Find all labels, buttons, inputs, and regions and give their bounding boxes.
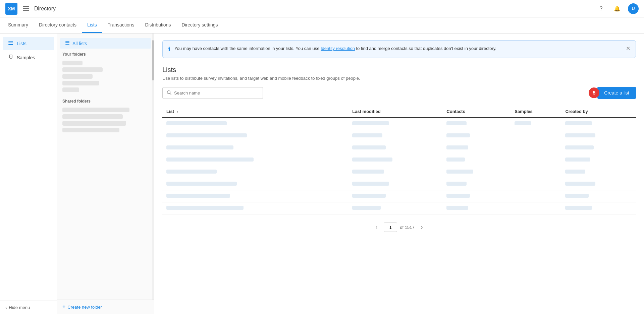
page-number-input[interactable] [384, 223, 397, 232]
identity-resolution-link[interactable]: Identity resolution [321, 46, 355, 51]
folder-blurred-4 [62, 81, 99, 85]
tab-directory-contacts[interactable]: Directory contacts [34, 17, 82, 33]
banner-close-button[interactable]: ✕ [626, 45, 630, 52]
cell-blurred-1-1 [352, 133, 382, 137]
cell-blurred-7-0 [166, 206, 244, 210]
svg-rect-0 [8, 41, 13, 42]
table-row[interactable] [162, 130, 636, 142]
table-row[interactable] [162, 154, 636, 166]
cell-blurred-7-1 [352, 206, 381, 210]
hide-menu-label: Hide menu [9, 305, 30, 310]
search-actions-row: 5 Create a list [162, 87, 636, 99]
tab-lists[interactable]: Lists [82, 17, 102, 33]
notifications-button[interactable]: 🔔 [612, 3, 623, 14]
cell-blurred-2-4 [565, 145, 594, 149]
all-lists-label: All lists [72, 41, 87, 46]
banner-text-after: to find and merge contacts so that dupli… [355, 46, 496, 51]
plus-icon: + [62, 304, 65, 310]
shared-folder-blurred-3 [62, 121, 126, 126]
topbar-right: ? 🔔 U [596, 3, 639, 14]
cell-blurred-6-0 [166, 194, 230, 198]
scrollbar-thumb[interactable] [152, 40, 154, 80]
create-list-area: 5 Create a list [587, 87, 636, 99]
main-content: ℹ You may have contacts with the same in… [154, 34, 644, 314]
col-list-label: List [166, 109, 174, 114]
cell-blurred-3-0 [166, 158, 254, 162]
search-icon [167, 90, 171, 96]
folder-blurred-3 [62, 74, 93, 79]
svg-rect-1 [8, 43, 13, 43]
cell-blurred-6-4 [565, 194, 589, 198]
table-row[interactable] [162, 142, 636, 154]
cell-blurred-2-2 [446, 145, 468, 149]
cell-blurred-3-4 [565, 158, 590, 162]
sort-icon: ↑ [177, 110, 179, 114]
sidebar-samples-label: Samples [17, 55, 35, 60]
topbar-title: Directory [34, 6, 596, 12]
tab-distributions[interactable]: Distributions [140, 17, 176, 33]
cell-blurred-6-2 [446, 194, 470, 198]
sidebar-item-samples[interactable]: Samples [3, 51, 54, 64]
main-layout: Lists Samples ‹ Hide menu All [0, 34, 644, 314]
search-input[interactable] [174, 90, 259, 96]
table-row[interactable] [162, 118, 636, 130]
col-created-by: Created by [561, 106, 636, 118]
tab-directory-settings[interactable]: Directory settings [176, 17, 223, 33]
svg-rect-6 [65, 44, 69, 45]
table-row[interactable] [162, 166, 636, 178]
cell-blurred-1-4 [565, 133, 595, 137]
help-button[interactable]: ? [596, 3, 606, 14]
search-box[interactable] [162, 87, 263, 99]
col-contacts: Contacts [442, 106, 511, 118]
all-lists-item[interactable]: All lists [60, 38, 151, 49]
col-list[interactable]: List ↑ [162, 106, 348, 118]
banner-text: You may have contacts with the same info… [174, 45, 622, 52]
hamburger-menu[interactable] [21, 5, 30, 12]
cell-blurred-7-4 [565, 206, 592, 210]
cell-blurred-3-1 [352, 158, 392, 162]
cell-blurred-1-2 [446, 133, 470, 137]
table-row[interactable] [162, 190, 636, 202]
folders-panel: All lists Your folders Shared folders [57, 34, 154, 314]
your-folders-title: Your folders [57, 49, 154, 59]
scrollbar-track [152, 34, 154, 300]
hide-menu-button[interactable]: ‹ Hide menu [0, 301, 57, 314]
shared-folder-blurred-4 [62, 128, 119, 132]
lists-description: Use lists to distribute survey invitatio… [162, 76, 636, 81]
folder-blurred-2 [62, 67, 103, 72]
table-row[interactable] [162, 202, 636, 214]
next-page-button[interactable]: › [417, 223, 427, 232]
cell-blurred-4-4 [565, 170, 585, 174]
create-new-folder-button[interactable]: + Create new folder [57, 300, 154, 314]
cell-blurred-4-0 [166, 170, 217, 174]
content-inner: ℹ You may have contacts with the same in… [154, 34, 644, 244]
lists-title: Lists [162, 66, 636, 74]
create-list-button[interactable]: Create a list [597, 87, 636, 99]
cell-blurred-1-0 [166, 133, 247, 137]
cell-blurred-5-2 [446, 182, 467, 186]
table-row[interactable] [162, 178, 636, 190]
prev-page-button[interactable]: ‹ [372, 223, 381, 232]
cell-blurred-0-1 [352, 121, 389, 125]
info-icon: ℹ [168, 46, 170, 53]
chevron-left-icon: ‹ [5, 305, 7, 310]
sidebar-items: Lists Samples [0, 34, 57, 301]
tab-transactions[interactable]: Transactions [102, 17, 140, 33]
pagination: ‹ of 1517 › [162, 217, 636, 237]
banner-text-before: You may have contacts with the same info… [174, 46, 321, 51]
lists-table: List ↑ Last modified Contacts Samples Cr… [162, 106, 636, 214]
user-avatar[interactable]: U [628, 3, 639, 14]
sidebar-lists-label: Lists [17, 41, 26, 46]
topbar: XM Directory ? 🔔 U [0, 0, 644, 17]
info-banner: ℹ You may have contacts with the same in… [162, 40, 636, 58]
cell-blurred-5-4 [565, 182, 595, 186]
shared-folder-blurred-2 [62, 114, 123, 119]
table-body [162, 118, 636, 214]
folder-blurred-5 [62, 87, 79, 92]
tab-summary[interactable]: Summary [3, 17, 34, 33]
folder-blurred-1 [62, 61, 83, 65]
folders-list: All lists Your folders Shared folders [57, 34, 154, 138]
sidebar-item-lists[interactable]: Lists [3, 37, 54, 50]
page-total: of 1517 [400, 225, 414, 230]
list-icon [65, 41, 70, 46]
